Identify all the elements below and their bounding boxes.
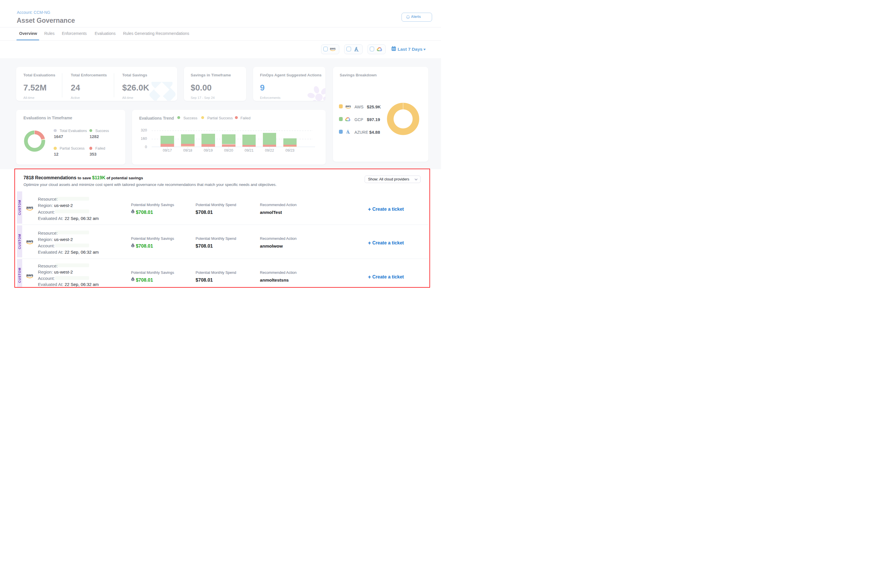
svg-text:aws: aws [345,105,351,108]
svg-text:aws: aws [330,47,336,50]
